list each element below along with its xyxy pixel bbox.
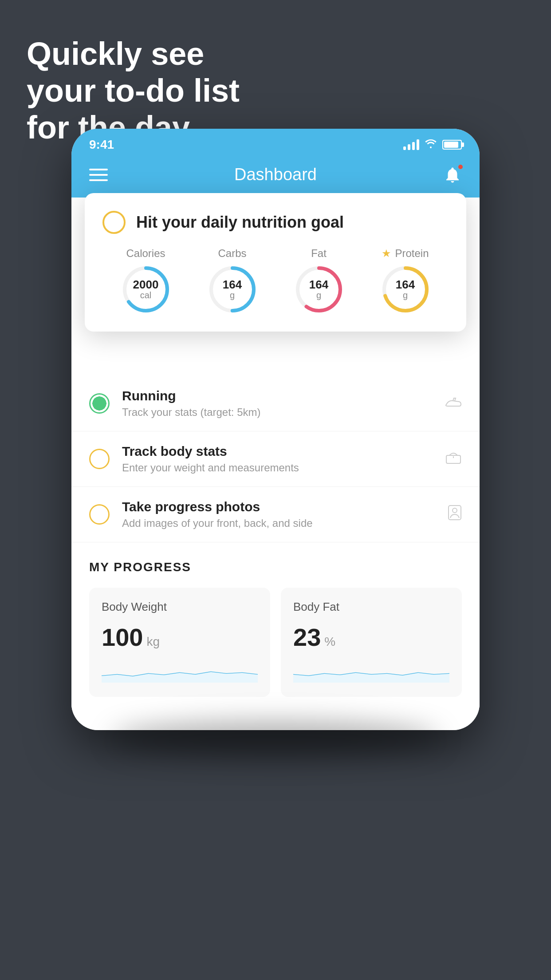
todo-text-running: Running Track your stats (target: 5km) xyxy=(122,388,433,419)
todo-item-body-stats[interactable]: Track body stats Enter your weight and m… xyxy=(71,431,480,487)
progress-cards: Body Weight 100 kg Body Fat 23 % xyxy=(89,588,462,697)
progress-value: 23 % xyxy=(293,623,449,652)
battery-icon xyxy=(442,140,462,150)
todo-circle-progress-photos xyxy=(89,504,110,525)
todo-subtitle-progress-photos: Add images of your front, back, and side xyxy=(122,517,435,530)
progress-unit: % xyxy=(324,635,335,649)
todo-circle-running xyxy=(89,393,110,414)
notification-button[interactable] xyxy=(443,166,462,184)
progress-value: 100 kg xyxy=(102,623,258,652)
nutrition-item-fat: Fat 164 g xyxy=(295,247,343,314)
todo-subtitle-running: Track your stats (target: 5km) xyxy=(122,406,433,419)
nutrition-label-row: Calories xyxy=(126,247,165,260)
donut-unit: g xyxy=(396,290,415,300)
nutrition-item-carbs: Carbs 164 g xyxy=(208,247,257,314)
progress-section: MY PROGRESS Body Weight 100 kg Body Fat … xyxy=(71,542,480,715)
nutrition-card-title: Hit your daily nutrition goal xyxy=(136,213,344,232)
nutrition-item-calories: Calories 2000 cal xyxy=(122,247,170,314)
progress-unit: kg xyxy=(146,635,160,649)
svg-point-11 xyxy=(453,508,457,513)
todo-subtitle-body-stats: Enter your weight and measurements xyxy=(122,462,433,474)
todo-icon-progress-photos xyxy=(448,505,462,525)
donut-unit: g xyxy=(309,290,328,300)
donut-center: 164 g xyxy=(309,279,328,300)
progress-number: 100 xyxy=(102,623,143,652)
nutrition-label-row: ★Protein xyxy=(382,247,429,260)
star-icon: ★ xyxy=(382,247,391,260)
todo-text-body-stats: Track body stats Enter your weight and m… xyxy=(122,444,433,474)
menu-button[interactable] xyxy=(89,169,108,181)
sparkline xyxy=(293,660,449,683)
todo-title-progress-photos: Take progress photos xyxy=(122,499,435,514)
phone-wrapper: 9:41 Dashboard xyxy=(71,129,480,730)
progress-card-title: Body Weight xyxy=(102,600,258,614)
progress-section-title: MY PROGRESS xyxy=(89,560,462,574)
todo-title-running: Running xyxy=(122,388,433,403)
phone: 9:41 Dashboard xyxy=(71,129,480,730)
nutrition-item-protein: ★Protein 164 g xyxy=(381,247,430,314)
header-title: Dashboard xyxy=(234,165,317,184)
phone-body: THINGS TO DO TODAY Hit your daily nutrit… xyxy=(71,198,480,730)
progress-card-body-weight[interactable]: Body Weight 100 kg xyxy=(89,588,270,697)
donut-value: 164 xyxy=(396,279,415,290)
todo-title-body-stats: Track body stats xyxy=(122,444,433,459)
progress-card-body-fat[interactable]: Body Fat 23 % xyxy=(281,588,462,697)
hero-line1: Quickly see xyxy=(27,36,240,72)
signal-icon xyxy=(403,139,419,150)
todo-circle-body-stats xyxy=(89,449,110,469)
hero-line2: your to-do list xyxy=(27,72,240,109)
sparkline xyxy=(102,660,258,683)
donut-unit: cal xyxy=(133,290,159,300)
status-bar: 9:41 xyxy=(71,129,480,156)
donut-fat: 164 g xyxy=(295,265,343,314)
nutrition-label-carbs: Carbs xyxy=(218,247,246,260)
donut-value: 2000 xyxy=(133,279,159,290)
todo-icon-body-stats xyxy=(445,450,462,468)
progress-number: 23 xyxy=(293,623,321,652)
nutrition-label-row: Fat xyxy=(311,247,327,260)
donut-center: 164 g xyxy=(396,279,415,300)
nutrition-card-header: Hit your daily nutrition goal xyxy=(102,211,449,234)
donut-value: 164 xyxy=(309,279,328,290)
nutrition-card: Hit your daily nutrition goal Calories 2… xyxy=(85,193,466,332)
donut-protein: 164 g xyxy=(381,265,430,314)
app-header: Dashboard xyxy=(71,156,480,198)
wifi-icon xyxy=(425,138,437,152)
nutrition-label-protein: Protein xyxy=(395,247,429,260)
donut-center: 164 g xyxy=(223,279,242,300)
todo-icon-running xyxy=(445,394,462,413)
progress-card-title: Body Fat xyxy=(293,600,449,614)
nutrition-label-calories: Calories xyxy=(126,247,165,260)
todo-item-progress-photos[interactable]: Take progress photos Add images of your … xyxy=(71,487,480,542)
status-icons xyxy=(403,138,462,152)
donut-center: 2000 cal xyxy=(133,279,159,300)
donut-carbs: 164 g xyxy=(208,265,257,314)
nutrition-row: Calories 2000 cal Carbs 164 xyxy=(102,247,449,314)
status-time: 9:41 xyxy=(89,138,114,152)
nutrition-label-row: Carbs xyxy=(218,247,246,260)
todo-item-running[interactable]: Running Track your stats (target: 5km) xyxy=(71,376,480,431)
nutrition-check-circle xyxy=(102,211,126,234)
notification-dot xyxy=(457,164,464,170)
donut-value: 164 xyxy=(223,279,242,290)
donut-calories: 2000 cal xyxy=(122,265,170,314)
donut-unit: g xyxy=(223,290,242,300)
nutrition-label-fat: Fat xyxy=(311,247,327,260)
todo-text-progress-photos: Take progress photos Add images of your … xyxy=(122,499,435,530)
